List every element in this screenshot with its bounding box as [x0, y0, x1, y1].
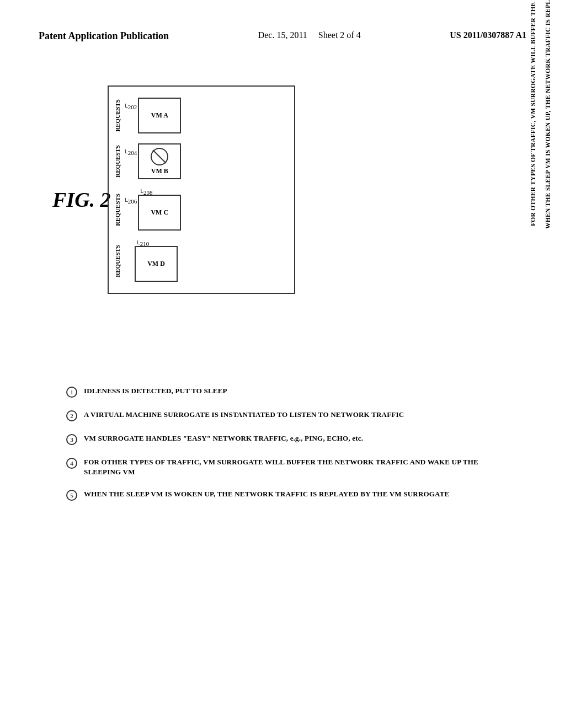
list-text-4: FOR OTHER TYPES OF TRAFFIC, VM SURROGATE… [84, 457, 493, 477]
vm-d-ref: └210 [136, 240, 149, 247]
header-publication-label: Patent Application Publication [39, 30, 169, 42]
list-text-2: A VIRTUAL MACHINE SURROGATE IS INSTANTIA… [84, 410, 404, 420]
header-patent-number: US 2011/0307887 A1 [450, 30, 526, 40]
right-vertical-text-4: FOR OTHER TYPES OF TRAFFIC, VM SURROGATE… [530, 72, 536, 226]
list-text-1: IDLENESS IS DETECTED, PUT TO SLEEP [84, 386, 227, 396]
vm-b-row: REQUESTS └204 VM B [114, 143, 286, 179]
vm-d-box: VM D [135, 246, 178, 282]
vm-d-label: VM D [147, 260, 165, 268]
list-item-1: 1 IDLENESS IS DETECTED, PUT TO SLEEP [66, 386, 493, 398]
list-text-3: VM SURROGATE HANDLES "EASY" NETWORK TRAF… [84, 433, 363, 443]
list-item-4: 4 FOR OTHER TYPES OF TRAFFIC, VM SURROGA… [66, 457, 493, 477]
vm-b-box: VM B [138, 143, 181, 179]
list-item-5: 5 WHEN THE SLEEP VM IS WOKEN UP, THE NET… [66, 489, 493, 501]
list-item-3: 3 VM SURROGATE HANDLES "EASY" NETWORK TR… [66, 433, 493, 445]
vm-b-label: VM B [151, 167, 168, 175]
vm-a-label: VM A [151, 111, 168, 120]
header-sheet: Sheet 2 of 4 [318, 30, 361, 40]
list-number-3: 3 [66, 434, 77, 445]
list-item-2: 2 A VIRTUAL MACHINE SURROGATE IS INSTANT… [66, 410, 493, 421]
vm-c-sub-group: └208 VM C [138, 189, 181, 231]
list-number-1: 1 [66, 387, 77, 398]
vm-a-ref: └202 [124, 104, 137, 110]
vm-c-row: REQUESTS └206 └208 VM C [114, 189, 286, 231]
figure-label: FIG. 2 [52, 188, 111, 212]
diagram-box: REQUESTS └202 VM A REQUESTS └204 VM B RE… [108, 85, 295, 294]
vm-b-ref: └204 [124, 149, 137, 156]
vm-c-box: VM C [138, 195, 181, 231]
vm-c-ref-inner: └208 [139, 189, 152, 196]
list-number-4: 4 [66, 458, 77, 469]
vm-a-box: VM A [138, 98, 181, 133]
vm-a-row: REQUESTS └202 VM A [114, 98, 286, 133]
page-wrapper: Patent Application Publication Dec. 15, … [0, 0, 565, 728]
header-date: Dec. 15, 2011 [258, 30, 307, 40]
vm-b-requests-label: REQUESTS [114, 145, 121, 178]
list-number-2: 2 [66, 410, 77, 421]
list-text-5: WHEN THE SLEEP VM IS WOKEN UP, THE NETWO… [84, 489, 449, 499]
right-vertical-text-5: WHEN THE SLEEP VM IS WOKEN UP, THE NETWO… [545, 85, 551, 229]
vm-d-requests-label: REQUESTS [114, 245, 121, 277]
vm-c-requests-label: REQUESTS [114, 194, 121, 226]
vm-b-circle-slash-icon [150, 147, 169, 166]
vm-d-row: REQUESTS └210 VM D [114, 240, 286, 282]
vm-a-requests-label: REQUESTS [114, 99, 121, 132]
numbered-list: 1 IDLENESS IS DETECTED, PUT TO SLEEP 2 A… [66, 386, 493, 513]
page-header: Patent Application Publication Dec. 15, … [0, 0, 565, 42]
vm-d-sub-group: └210 VM D [135, 240, 178, 282]
svg-line-1 [153, 150, 166, 163]
vm-c-ref-outer: └206 [124, 198, 137, 205]
list-number-5: 5 [66, 490, 77, 501]
header-date-sheet: Dec. 15, 2011 Sheet 2 of 4 [258, 30, 361, 40]
vm-c-label: VM C [151, 208, 168, 217]
